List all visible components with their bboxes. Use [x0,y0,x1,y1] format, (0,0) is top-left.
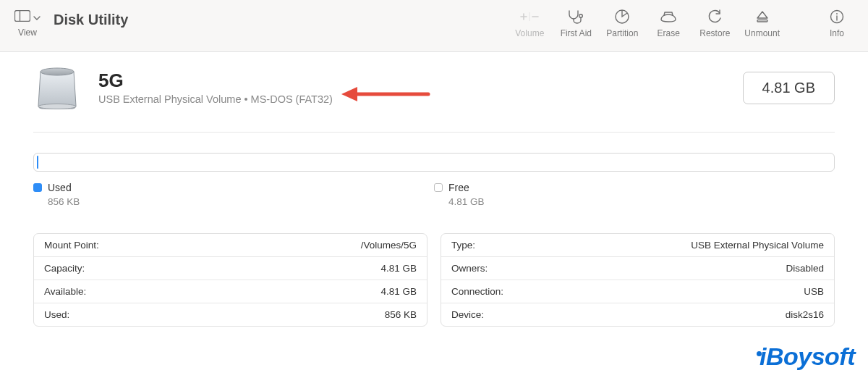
detail-row: Owners:Disabled [441,256,834,280]
view-label: View [18,28,37,38]
restore-icon [707,9,723,25]
unmount-button[interactable]: Unmount [744,6,780,38]
svg-rect-0 [15,11,30,22]
details-tables: Mount Point:/Volumes/5G Capacity:4.81 GB… [33,233,835,327]
drive-icon [33,64,81,112]
main-content: 5G USB External Physical Volume • MS-DOS… [0,52,868,327]
partition-label: Partition [606,28,638,38]
swatch-free-icon [434,183,443,192]
stethoscope-icon [567,9,584,25]
detail-row: Mount Point:/Volumes/5G [34,234,427,256]
volume-header: 5G USB External Physical Volume • MS-DOS… [33,64,835,133]
usage-bar [33,153,835,172]
svg-point-3 [579,14,583,18]
usage-used-segment [37,156,38,169]
chevron-down-icon [33,11,41,24]
free-value: 4.81 GB [434,196,835,207]
sidebar-icon [14,10,30,25]
used-value: 856 KB [33,196,434,207]
legend-used: Used 856 KB [33,182,434,207]
detail-row: Capacity:4.81 GB [34,256,427,280]
plus-minus-icon [517,9,542,25]
partition-button[interactable]: Partition [605,6,639,38]
restore-button[interactable]: Restore [698,6,731,38]
erase-label: Erase [658,28,680,38]
volume-label: Volume [515,28,544,38]
info-button[interactable]: Info [820,6,854,38]
used-label: Used [48,182,72,193]
svg-rect-5 [757,20,767,22]
usage-legend: Used 856 KB Free 4.81 GB [33,182,835,207]
svg-point-7 [836,13,838,14]
detail-row: Device:disk2s16 [441,303,834,326]
detail-row: Available:4.81 GB [34,280,427,303]
first-aid-label: First Aid [561,28,592,38]
info-icon [830,9,844,25]
free-label: Free [448,182,469,193]
svg-point-9 [38,104,76,109]
volume-size-box: 4.81 GB [743,72,835,104]
svg-point-8 [41,68,74,75]
details-left: Mount Point:/Volumes/5G Capacity:4.81 GB… [33,233,427,327]
toolbar: View Disk Utility Volume F [0,0,868,52]
erase-icon [659,9,678,25]
volume-subtitle: USB External Physical Volume • MS-DOS (F… [98,93,333,105]
info-label: Info [830,28,844,38]
view-button[interactable]: View [14,6,41,38]
volume-button: Volume [513,6,546,38]
detail-row: Used:856 KB [34,303,427,326]
detail-row: Connection:USB [441,280,834,303]
swatch-used-icon [33,183,42,192]
unmount-label: Unmount [744,28,780,38]
eject-icon [755,9,770,25]
first-aid-button[interactable]: First Aid [559,6,592,38]
legend-free: Free 4.81 GB [434,182,835,207]
watermark: iBoysoft [757,343,855,371]
erase-button[interactable]: Erase [652,6,685,38]
volume-name: 5G [98,70,333,91]
partition-icon [614,9,630,25]
details-right: Type:USB External Physical Volume Owners… [441,233,835,327]
app-title: Disk Utility [54,6,128,28]
restore-label: Restore [699,28,730,38]
detail-row: Type:USB External Physical Volume [441,234,834,256]
